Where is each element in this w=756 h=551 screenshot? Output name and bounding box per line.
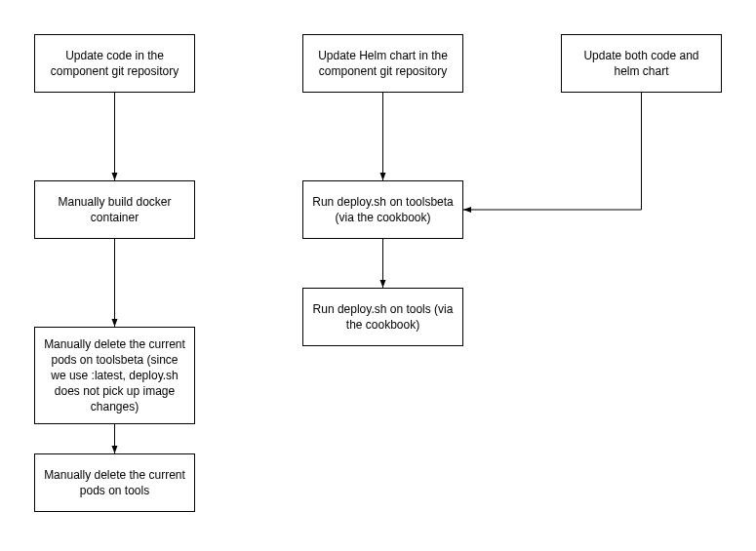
node-label: Run deploy.sh on toolsbeta (via the cook…: [311, 194, 455, 225]
node-delete-pods-tools: Manually delete the current pods on tool…: [34, 453, 195, 512]
node-build-docker: Manually build docker container: [34, 180, 195, 239]
node-deploy-toolsbeta: Run deploy.sh on toolsbeta (via the cook…: [302, 180, 463, 239]
node-label: Update Helm chart in the component git r…: [311, 48, 455, 79]
node-label: Manually build docker container: [43, 194, 186, 225]
node-update-both: Update both code and helm chart: [561, 34, 722, 93]
node-delete-pods-toolsbeta: Manually delete the current pods on tool…: [34, 327, 195, 424]
node-label: Update code in the component git reposit…: [43, 48, 186, 79]
node-label: Manually delete the current pods on tool…: [43, 467, 186, 498]
node-update-helm: Update Helm chart in the component git r…: [302, 34, 463, 93]
flowchart-canvas: Update code in the component git reposit…: [0, 0, 756, 551]
node-label: Run deploy.sh on tools (via the cookbook…: [311, 301, 455, 333]
node-update-code: Update code in the component git reposit…: [34, 34, 195, 93]
node-label: Manually delete the current pods on tool…: [43, 336, 186, 415]
node-deploy-tools: Run deploy.sh on tools (via the cookbook…: [302, 288, 463, 346]
node-label: Update both code and helm chart: [570, 48, 713, 79]
